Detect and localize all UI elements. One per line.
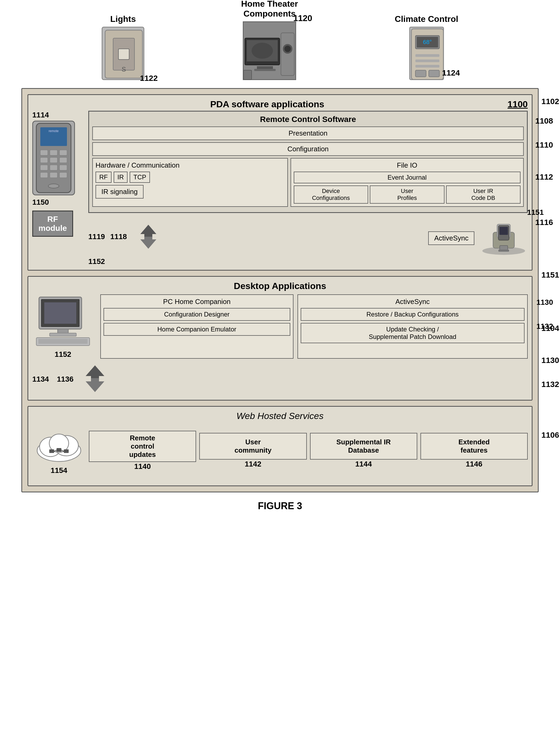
supplemental-ir-label: Supplemental IR Database [336,438,391,455]
ref-1110: 1110 [535,140,553,150]
svg-rect-21 [429,70,439,77]
ref-1151: 1151 [527,208,544,217]
svg-rect-61 [49,450,54,453]
svg-rect-36 [60,173,67,178]
rcs-title: Remote Control Software [92,115,524,124]
svg-rect-35 [50,173,57,178]
update-checking-btn[interactable]: Update Checking / Supplemental Patch Dow… [301,323,524,343]
remote-updates-btn[interactable]: Remote control updates 1140 [89,431,196,462]
extended-features-label: Extended features [458,438,489,455]
climate-ref: 1124 [442,68,460,77]
svg-rect-62 [57,448,61,452]
pda-section: PDA software applications 1100 1108 1110… [27,94,533,271]
activesync-btn[interactable]: ActiveSync [428,232,474,245]
supplemental-ir-btn[interactable]: Supplemental IR Database 1144 [310,433,417,460]
hw-title: Hardware / Communication [96,161,285,170]
cloud-icon [32,424,86,467]
user-community-label: User community [235,438,272,455]
svg-rect-12 [244,70,252,80]
activesync-desktop-title: ActiveSync [301,298,524,306]
user-profiles-btn[interactable]: User Profiles [370,185,444,204]
user-community-btn[interactable]: User community 1142 [199,433,306,460]
svg-rect-44 [498,250,509,252]
ref-1130-outer: 1130 [541,356,559,365]
ref-1118: 1118 [110,233,127,241]
configuration-bar: Configuration [92,142,524,156]
pda-inner: 1114 remote [32,111,528,266]
cloud-ref: 1154 [51,466,67,475]
desktop-computer-image [34,294,92,349]
svg-rect-9 [281,33,294,76]
lights-device: Lights S 1122 [102,14,144,80]
pda-header: PDA software applications 1100 [32,99,528,110]
user-ir-db-btn[interactable]: User IR Code DB [446,185,521,204]
climate-device: Climate Control 68° 1124 [395,14,458,80]
svg-rect-26 [50,150,57,155]
ref-1151-outer: 1151 [541,270,559,279]
rf-module-ref: 1150 [32,198,49,206]
ref-1142: 1142 [245,460,261,469]
svg-rect-8 [254,69,276,71]
pc-home-title: PC Home Companion [103,298,290,306]
lights-ref: 1122 [140,74,158,83]
svg-point-37 [48,184,59,188]
svg-text:68°: 68° [423,39,432,45]
device-config-btn[interactable]: Device Configurations [294,185,368,204]
pda-left-col: 1114 remote [32,111,80,237]
lights-label: Lights [110,14,136,24]
pda-right: Remote Control Software Presentation Con… [88,111,528,266]
hw-file-row: Hardware / Communication RF IR TCP IR si… [92,158,524,207]
theater-label: Home Theater Components [241,0,298,19]
ref-1130-inner: 1130 [537,298,553,306]
svg-rect-19 [415,65,439,67]
svg-marker-55 [86,365,104,379]
rcs-box: Remote Control Software Presentation Con… [88,111,528,213]
tcp-btn[interactable]: TCP [130,172,150,183]
svg-point-11 [284,46,291,52]
desktop-bottom-row: 1134 1136 [32,363,528,396]
cradle-image [480,216,528,257]
extended-features-btn[interactable]: Extended features 1146 [420,433,528,460]
svg-text:S: S [122,66,126,73]
svg-rect-54 [38,339,87,344]
file-io-title: File IO [294,161,521,170]
ref-1140: 1140 [134,462,151,471]
rf-btn[interactable]: RF [96,172,112,183]
rf-module: RF module [32,211,73,237]
presentation-bar: Presentation [92,126,524,140]
ir-signaling-btn[interactable]: IR signaling [96,185,143,199]
rf-module-label: RF module [38,215,67,233]
db-row: Device Configurations User Profiles User… [294,185,521,204]
activesync-row: 1119 1118 ActiveS [88,216,528,257]
hw-buttons: RF IR TCP [96,172,285,183]
svg-rect-63 [64,450,68,453]
svg-rect-46 [499,227,508,235]
svg-rect-7 [257,66,273,69]
home-companion-emu-btn[interactable]: Home Companion Emulator [103,323,290,336]
activesync-desktop-box: ActiveSync Restore / Backup Configuratio… [298,294,528,359]
svg-rect-33 [60,165,67,170]
web-section: Web Hosted Services 11 [27,406,533,486]
ref-1102: 1102 [541,97,559,106]
ref-1112: 1112 [535,173,553,181]
hardware-box: Hardware / Communication RF IR TCP IR si… [92,158,288,207]
restore-backup-btn[interactable]: Restore / Backup Configurations [301,308,524,321]
ir-btn[interactable]: IR [114,172,127,183]
svg-rect-25 [40,150,48,155]
ref-1116: 1116 [535,218,553,227]
svg-rect-20 [415,70,426,77]
cradle-container: 1151 [480,216,528,257]
svg-marker-39 [140,237,156,249]
pda-ref: 1100 [507,99,528,110]
ref-1152: 1152 [88,257,105,265]
svg-rect-31 [40,165,48,170]
event-journal-btn[interactable]: Event Journal [294,172,521,183]
desktop-arrows [82,365,108,393]
figure-caption: FIGURE 3 [0,500,560,512]
pda-device-ref: 1114 [32,111,49,119]
theater-label-text: Home Theater Components [241,0,298,18]
theater-ref: 1120 [293,13,312,23]
config-designer-btn[interactable]: Configuration Designer [103,308,290,321]
svg-marker-38 [140,225,156,237]
ref-1134: 1134 [32,375,49,383]
